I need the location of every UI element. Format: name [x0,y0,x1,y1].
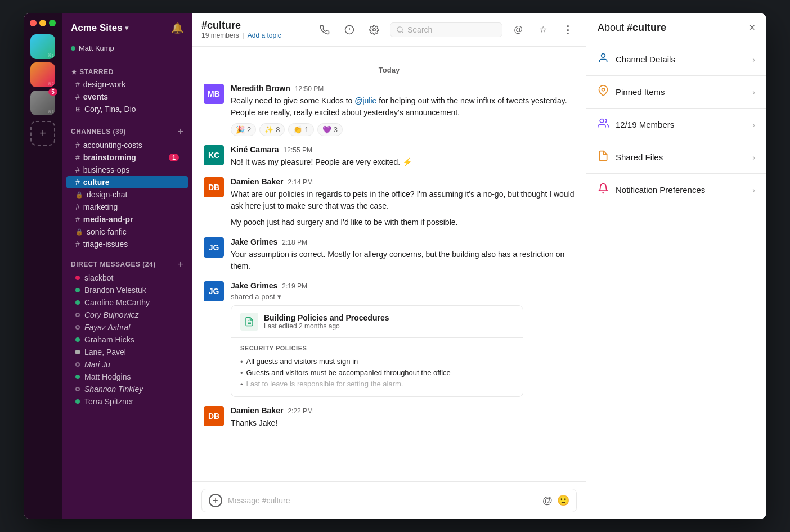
panel-item-notifications[interactable]: Notification Preferences › [586,174,766,206]
channel-title-area: #culture 19 members | Add a topic [201,20,281,39]
channel-triage-issues[interactable]: # triage-issues [66,238,188,250]
traffic-lights [30,20,56,26]
message-author: Meredith Brown [231,84,290,93]
close-panel-button[interactable]: × [749,22,755,34]
message-group: DB Damien Baker 2:14 PM What are our pol… [204,177,574,228]
lock-icon: 🔒 [75,228,83,236]
dm-terra[interactable]: Terra Spitzner [66,395,188,408]
channel-accounting-costs[interactable]: # accounting-costs [66,139,188,151]
app-icon-2[interactable]: ⌘2 [30,62,55,87]
reaction-button[interactable]: 👏1 [288,123,313,136]
channel-brainstorming[interactable]: # brainstorming 1 [66,151,188,164]
app-icon-3[interactable]: ⌘3 5 [30,91,55,115]
files-icon [598,150,609,164]
message-time: 12:50 PM [295,85,324,93]
channel-hash-icon: # [75,92,80,101]
panel-item-members[interactable]: 12/19 Members › [586,109,766,141]
shared-post-text: shared a post [231,292,275,301]
dm-cory[interactable]: Cory Bujnowicz [66,309,188,321]
reaction-button[interactable]: 🎉2 [231,123,256,136]
minimize-traffic-light[interactable] [39,20,46,26]
emoji-icon[interactable]: 🙂 [557,494,569,507]
dm-fayaz[interactable]: Fayaz Ashraf [66,321,188,333]
message-time: 2:22 PM [288,407,313,415]
mention[interactable]: @julie [354,96,376,105]
dm-matt-hodgins[interactable]: Matt Hodgins [66,371,188,383]
dm-caroline[interactable]: Caroline McCarthy [66,296,188,309]
panel-item-channel-details[interactable]: Channel Details › [586,43,766,76]
channel-marketing[interactable]: # marketing [66,201,188,213]
channel-design-chat[interactable]: 🔒 design-chat [66,188,188,201]
shared-post-card[interactable]: Building Policies and Procedures Last ed… [231,305,523,397]
message-header: Damien Baker 2:22 PM [231,406,574,415]
more-menu-button[interactable]: ⋮ [559,21,577,39]
channel-business-ops[interactable]: # business-ops [66,164,188,176]
settings-icon-button[interactable] [365,21,383,39]
message-content: Jake Grimes 2:18 PM Your assumption is c… [231,237,574,272]
dm-shannon[interactable]: Shannon Tinkley [66,383,188,395]
channel-media-and-pr[interactable]: # media-and-pr [66,213,188,226]
at-icon-button[interactable]: @ [509,21,527,39]
starred-section-header[interactable]: ★ STARRED [62,66,192,78]
channel-details-icon [598,52,609,66]
list-item-text: All guests and visitors must sign in [246,357,358,366]
message-input[interactable]: Message #culture [228,496,537,505]
phone-icon-button[interactable] [316,21,334,39]
channel-hash-icon: # [75,178,80,187]
reaction-button[interactable]: ✨8 [259,123,285,136]
channel-culture[interactable]: # culture [66,176,188,188]
add-topic-link[interactable]: Add a topic [248,31,281,39]
add-channel-icon[interactable]: + [177,127,183,137]
shared-post-dropdown-icon[interactable]: ▾ [277,292,281,301]
dm-slackbot[interactable]: slackbot [66,272,188,284]
add-attachment-button[interactable]: + [209,494,222,507]
message-author: Kiné Camara [231,145,279,154]
chevron-right-icon: › [752,88,755,97]
right-panel: About #culture × Channel Details › [586,13,766,519]
reaction-button[interactable]: 💜3 [317,123,343,136]
message-input-area: + Message #culture @ 🙂 [192,481,586,519]
dm-user-name: Cory Bujnowicz [84,310,138,319]
avatar: JG [204,281,224,301]
panel-item-shared-files[interactable]: Shared Files › [586,141,766,174]
starred-design-work[interactable]: # design-work [66,78,188,91]
close-traffic-light[interactable] [30,20,37,26]
message-group: JG Jake Grimes 2:19 PM shared a post ▾ [204,281,574,397]
message-time: 2:14 PM [288,178,313,186]
at-mention-icon[interactable]: @ [542,495,553,507]
dm-section-header[interactable]: DIRECT MESSAGES (24) + [62,257,192,272]
dm-graham[interactable]: Graham Hicks [66,333,188,346]
maximize-traffic-light[interactable] [49,20,56,26]
panel-item-label: Notification Preferences [616,185,705,195]
starred-group-name: Cory, Tina, Dio [84,105,179,114]
member-count: 19 members [201,31,239,39]
search-bar[interactable]: Search [390,22,502,37]
dm-status-dot [75,288,80,292]
svg-point-8 [602,54,605,58]
notifications-bell-icon[interactable]: 🔔 [171,22,183,34]
channel-sonic-fanfic[interactable]: 🔒 sonic-fanfic [66,226,188,238]
add-dm-icon[interactable]: + [177,259,183,269]
chevron-right-icon: › [752,153,755,162]
workspace-name[interactable]: Acme Sites ▾ [71,22,128,34]
info-icon-button[interactable] [340,21,358,39]
starred-events[interactable]: # events [66,91,188,103]
chevron-right-icon: › [752,55,755,64]
dm-user-name: Caroline McCarthy [84,298,150,307]
dm-user-name: Graham Hicks [84,335,134,344]
add-workspace-button[interactable]: + [30,121,55,146]
app-icon-1[interactable]: ⌘1 [30,34,55,59]
channels-section-header[interactable]: CHANNELS (39) + [62,124,192,139]
dm-lane-pavel[interactable]: Lane, Pavel [66,346,188,358]
message-group: MB Meredith Brown 12:50 PM Really need t… [204,84,574,136]
message-author: Jake Grimes [231,281,277,290]
panel-item-label: Pinned Items [616,87,665,97]
dm-brandon[interactable]: Brandon Velestuk [66,284,188,296]
star-icon-button[interactable]: ☆ [534,21,552,39]
starred-group-dm[interactable]: ⊞ Cory, Tina, Dio [66,103,188,115]
app-shortcut-3: ⌘3 [47,109,54,114]
message-text: What are our policies in regards to pets… [231,188,574,212]
panel-item-pinned[interactable]: Pinned Items › [586,76,766,109]
dm-mari[interactable]: Mari Ju [66,358,188,371]
header-actions: Search @ ☆ ⋮ [316,21,577,39]
